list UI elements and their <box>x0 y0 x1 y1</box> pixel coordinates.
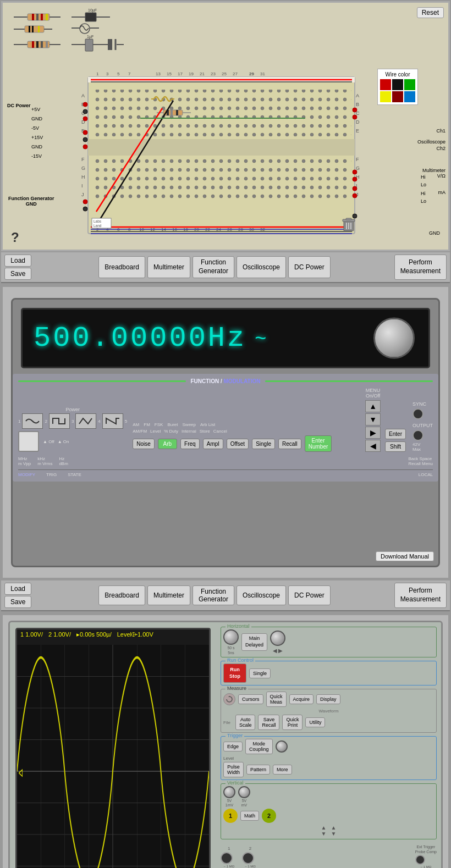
save-button[interactable]: Save <box>4 268 31 280</box>
am-fm-label: AM/FM <box>133 429 147 434</box>
perform-measurement-button-2[interactable]: PerformMeasurement <box>394 583 447 607</box>
acquire-button[interactable]: Acquire <box>289 694 314 704</box>
ext-trigger-label: Ext Trigger <box>415 845 437 849</box>
sync-label: SYNC <box>413 401 433 407</box>
display-button[interactable]: Display <box>316 694 340 704</box>
ch1-scale-knob[interactable] <box>223 786 235 798</box>
pulse-width-button[interactable]: PulseWidth <box>223 762 244 777</box>
single-button[interactable]: Single <box>252 439 275 449</box>
load-button[interactable]: Load <box>4 255 31 267</box>
ch2-connector[interactable] <box>242 852 254 864</box>
ch1-pos-down[interactable]: ▼ <box>321 831 327 837</box>
save-button-2[interactable]: Save <box>4 596 31 608</box>
more-button[interactable]: More <box>273 765 292 775</box>
nav-left-button[interactable]: ◀ <box>365 440 381 452</box>
ch2-scale-knob[interactable] <box>238 786 250 798</box>
svg-text:F: F <box>356 157 359 162</box>
ch1-button[interactable]: 1 <box>223 809 238 823</box>
svg-rect-10 <box>29 26 30 32</box>
multimeter-tab-2[interactable]: Multimeter <box>147 585 190 605</box>
svg-rect-14 <box>85 13 96 21</box>
vertical-section: Vertical 5V 1mV 5V mV <box>221 783 437 839</box>
output-max-label: 42VMax <box>413 442 433 452</box>
auto-scale-button[interactable]: AutoScale <box>235 715 256 730</box>
arb-button[interactable]: Arb <box>158 439 177 449</box>
5v-label: 5V <box>227 799 232 803</box>
pattern-button[interactable]: Pattern <box>246 765 270 775</box>
osc-device: 1 1.00V/ 2 1.00V/ ▸0.00s 500µ/ Level⌱1.0… <box>8 621 443 868</box>
edge-button[interactable]: Edge <box>223 742 243 751</box>
quick-print-button[interactable]: QuickPrint <box>282 715 302 730</box>
svg-text:7: 7 <box>128 71 131 76</box>
ch1-pos-up[interactable]: ▲ <box>321 825 327 831</box>
fg-knob[interactable] <box>373 318 415 359</box>
ch1-connector[interactable] <box>221 852 233 864</box>
square-wave-button[interactable] <box>49 413 70 429</box>
output-connector[interactable] <box>413 430 424 441</box>
oscilloscope-tab[interactable]: Oscilloscope <box>237 256 286 278</box>
help-icon[interactable]: ? <box>11 230 19 245</box>
ch2-button[interactable]: 2 <box>262 809 276 823</box>
oscilloscope-tab-2[interactable]: Oscilloscope <box>237 585 286 605</box>
fg-workspace: 500.00000Hz ~ FUNCTION / MODULATION Powe… <box>1 285 450 579</box>
utility-button[interactable]: Utility <box>305 717 325 727</box>
svg-rect-3 <box>32 14 34 20</box>
multimeter-tab[interactable]: Multimeter <box>147 256 190 278</box>
freq-button[interactable]: Freq <box>180 439 200 449</box>
recall-button[interactable]: Recall <box>278 439 301 449</box>
function-generator-tab-2[interactable]: FunctionGenerator <box>193 585 234 605</box>
mode-coupling-button[interactable]: ModeCoupling <box>245 739 273 754</box>
main-delayed-button[interactable]: MainDelayed <box>241 633 267 650</box>
ch2-pos-up[interactable]: ▲ <box>331 825 337 831</box>
enter-button[interactable]: Enter <box>385 429 406 439</box>
svg-rect-131 <box>346 218 351 220</box>
off-label: ▲ Off <box>43 439 54 444</box>
dc-power-label: DC Power <box>7 103 31 108</box>
breadboard-tab-2[interactable]: Breadboard <box>98 585 145 605</box>
run-stop-button[interactable]: RunStop <box>223 664 246 683</box>
svg-text:23: 23 <box>211 71 216 76</box>
breadboard-workspace: Reset <box>1 1 450 251</box>
nav-up-button[interactable]: ▲ <box>365 400 381 412</box>
svg-rect-8 <box>25 26 44 32</box>
offset-button[interactable]: Offset <box>227 439 249 449</box>
triangle-wave-button[interactable] <box>75 413 96 429</box>
conn-1-label: 1 <box>221 846 238 851</box>
svg-point-115 <box>83 207 87 211</box>
download-manual-button[interactable]: Download Manual <box>376 551 434 561</box>
noise-button[interactable]: Noise <box>133 439 155 449</box>
enter-number-button[interactable]: EnterNumber <box>305 435 332 452</box>
horizontal-knob-1[interactable] <box>223 629 239 645</box>
ch2-pos-down[interactable]: ▼ <box>331 831 337 837</box>
waveform-display: ⊲ <box>17 645 209 868</box>
perform-measurement-button[interactable]: PerformMeasurement <box>394 255 447 279</box>
cursors-button[interactable]: Cursors <box>238 694 263 704</box>
save-recall-button[interactable]: SaveRecall <box>258 715 279 730</box>
dc-power-tab[interactable]: DC Power <box>288 256 331 278</box>
sine-wave-button[interactable] <box>22 413 43 429</box>
reset-button[interactable]: Reset <box>417 7 444 18</box>
svg-rect-25 <box>41 41 43 48</box>
nav-right-button[interactable]: ▶ <box>365 427 381 439</box>
ramp-wave-button[interactable] <box>102 413 123 429</box>
trigger-knob[interactable] <box>276 740 288 753</box>
measure-knob[interactable] <box>223 693 235 705</box>
power-button[interactable] <box>18 431 39 452</box>
math-button[interactable]: Math <box>240 811 259 821</box>
perform-measurement-group-2: PerformMeasurement <box>394 583 447 607</box>
ext-trigger-connector[interactable] <box>415 855 425 865</box>
breadboard-tab[interactable]: Breadboard <box>98 256 145 278</box>
shift-button[interactable]: Shift <box>385 441 406 452</box>
sync-connector[interactable] <box>413 408 424 419</box>
load-button-2[interactable]: Load <box>4 583 31 595</box>
ampl-button[interactable]: Ampl <box>203 439 223 449</box>
single-button-osc[interactable]: Single <box>249 668 271 678</box>
nav-down-button[interactable]: ▼ <box>365 413 381 425</box>
cancel-label: Cancel <box>213 429 227 434</box>
multimeter-hi-lo: HiLo <box>421 173 426 189</box>
quick-meas-button[interactable]: QuickMeas <box>266 692 287 707</box>
dc-power-tab-2[interactable]: DC Power <box>288 585 331 605</box>
function-generator-tab[interactable]: FunctionGenerator <box>193 256 234 278</box>
waveform-sublabel: Waveform <box>223 709 434 714</box>
horizontal-knob-2[interactable] <box>270 631 285 646</box>
